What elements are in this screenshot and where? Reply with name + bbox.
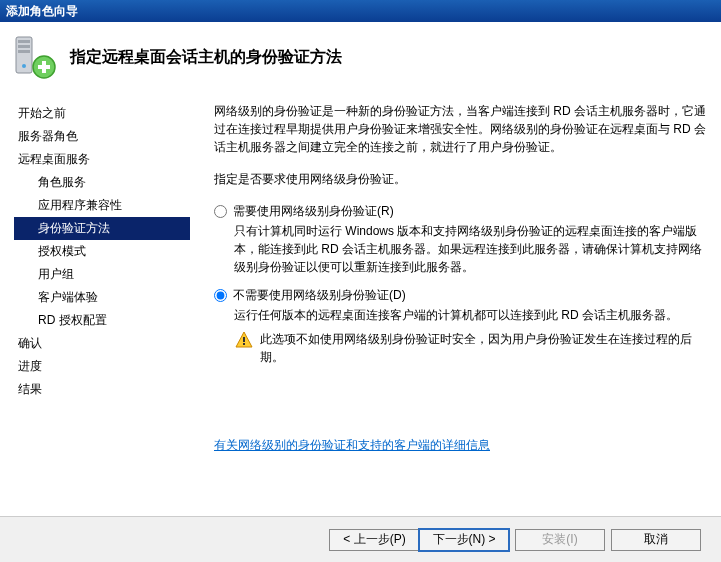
sidebar-item-9[interactable]: RD 授权配置	[14, 309, 190, 332]
cancel-button[interactable]: 取消	[611, 529, 701, 551]
prompt-text: 指定是否要求使用网络级身份验证。	[214, 170, 713, 188]
svg-rect-3	[18, 50, 30, 53]
sidebar-item-2[interactable]: 远程桌面服务	[14, 148, 190, 171]
nav-button-group: < 上一步(P) 下一步(N) >	[329, 529, 509, 551]
sidebar-item-7[interactable]: 用户组	[14, 263, 190, 286]
sidebar-item-8[interactable]: 客户端体验	[14, 286, 190, 309]
option-no-nla-label[interactable]: 不需要使用网络级别身份验证(D)	[214, 286, 713, 304]
prev-button[interactable]: < 上一步(P)	[329, 529, 419, 551]
radio-no-nla[interactable]	[214, 289, 227, 302]
sidebar-item-1[interactable]: 服务器角色	[14, 125, 190, 148]
option-require-nla-label[interactable]: 需要使用网络级别身份验证(R)	[214, 202, 713, 220]
sidebar-item-6[interactable]: 授权模式	[14, 240, 190, 263]
server-icon	[10, 33, 58, 81]
sidebar-item-4[interactable]: 应用程序兼容性	[14, 194, 190, 217]
next-button[interactable]: 下一步(N) >	[419, 529, 509, 551]
option-require-nla: 需要使用网络级别身份验证(R) 只有计算机同时运行 Windows 版本和支持网…	[214, 202, 713, 276]
warning-icon	[234, 330, 254, 350]
wizard-sidebar: 开始之前服务器角色远程桌面服务角色服务应用程序兼容性身份验证方法授权模式用户组客…	[0, 92, 190, 516]
sidebar-item-5[interactable]: 身份验证方法	[14, 217, 190, 240]
svg-point-4	[22, 64, 26, 68]
sidebar-item-10[interactable]: 确认	[14, 332, 190, 355]
window-titlebar: 添加角色向导	[0, 0, 721, 22]
sidebar-item-12[interactable]: 结果	[14, 378, 190, 401]
svg-rect-1	[18, 40, 30, 43]
svg-rect-2	[18, 45, 30, 48]
option-no-nla: 不需要使用网络级别身份验证(D) 运行任何版本的远程桌面连接客户端的计算机都可以…	[214, 286, 713, 366]
svg-rect-7	[38, 65, 50, 69]
wizard-header: 指定远程桌面会话主机的身份验证方法	[0, 22, 721, 92]
warning-block: 此选项不如使用网络级别身份验证时安全，因为用户身份验证发生在连接过程的后期。	[234, 330, 713, 366]
svg-rect-8	[243, 337, 245, 342]
radio-require-nla[interactable]	[214, 205, 227, 218]
more-info-link[interactable]: 有关网络级别的身份验证和支持的客户端的详细信息	[214, 436, 490, 454]
wizard-footer: < 上一步(P) 下一步(N) > 安装(I) 取消	[0, 516, 721, 562]
sidebar-item-3[interactable]: 角色服务	[14, 171, 190, 194]
svg-rect-9	[243, 343, 245, 345]
wizard-content: 开始之前服务器角色远程桌面服务角色服务应用程序兼容性身份验证方法授权模式用户组客…	[0, 92, 721, 516]
option-require-nla-desc: 只有计算机同时运行 Windows 版本和支持网络级别身份验证的远程桌面连接的客…	[234, 222, 713, 276]
option-no-nla-desc: 运行任何版本的远程桌面连接客户端的计算机都可以连接到此 RD 会话主机服务器。	[234, 306, 713, 324]
intro-text: 网络级别的身份验证是一种新的身份验证方法，当客户端连接到 RD 会话主机服务器时…	[214, 102, 713, 156]
page-title: 指定远程桌面会话主机的身份验证方法	[70, 47, 342, 68]
sidebar-item-0[interactable]: 开始之前	[14, 102, 190, 125]
window-title: 添加角色向导	[6, 4, 78, 18]
option-require-nla-text: 需要使用网络级别身份验证(R)	[233, 202, 394, 220]
sidebar-item-11[interactable]: 进度	[14, 355, 190, 378]
option-no-nla-text: 不需要使用网络级别身份验证(D)	[233, 286, 406, 304]
install-button: 安装(I)	[515, 529, 605, 551]
wizard-main: 网络级别的身份验证是一种新的身份验证方法，当客户端连接到 RD 会话主机服务器时…	[190, 92, 721, 516]
warning-text: 此选项不如使用网络级别身份验证时安全，因为用户身份验证发生在连接过程的后期。	[260, 330, 713, 366]
